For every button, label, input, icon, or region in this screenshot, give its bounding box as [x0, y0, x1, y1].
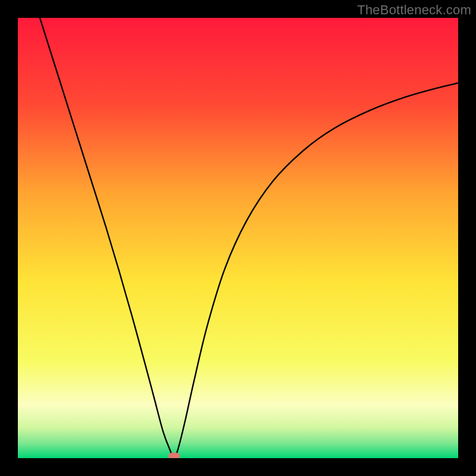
- watermark-text: TheBottleneck.com: [357, 2, 471, 18]
- plot-area: [18, 18, 458, 458]
- chart-frame: TheBottleneck.com: [0, 0, 476, 476]
- chart-svg: [18, 18, 458, 458]
